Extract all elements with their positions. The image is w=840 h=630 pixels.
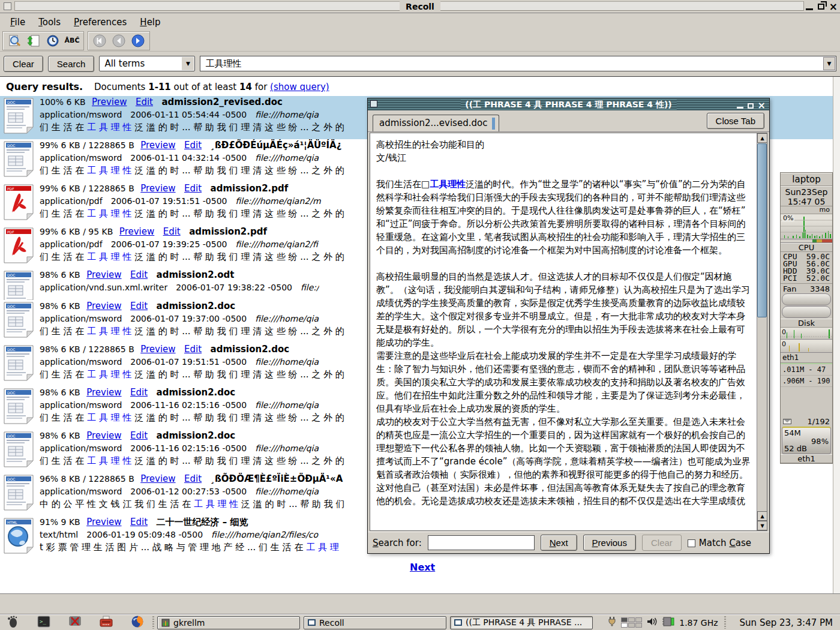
scroll-up-icon[interactable]: ▲	[757, 511, 767, 521]
preview-findbar: Search for: Next Previous Clear Match Ca…	[368, 532, 769, 553]
preview-link[interactable]: Preview	[140, 183, 175, 194]
preview-maximize-icon[interactable]	[748, 103, 754, 109]
window-icon[interactable]	[4, 2, 11, 10]
clear-button[interactable]: Clear	[4, 56, 43, 72]
scroll-down-icon[interactable]: ▼	[757, 521, 767, 530]
preview-link[interactable]: Preview	[92, 97, 127, 107]
gk-fan-meter2[interactable]	[782, 306, 831, 318]
menu-file[interactable]: File	[5, 15, 31, 29]
taskbar-button-recoll[interactable]: Recoll	[304, 616, 446, 629]
maximize-icon[interactable]	[818, 4, 824, 10]
cpufreq-icon[interactable]	[662, 616, 674, 629]
edit-link[interactable]: Edit	[130, 430, 148, 441]
preview-tab[interactable]: admission2...evised.doc	[373, 115, 499, 131]
edit-link[interactable]: Edit	[184, 344, 202, 355]
snippet-pre: 们 生 活 在	[40, 251, 87, 262]
preview-link[interactable]: Preview	[86, 517, 121, 527]
taskbar-button-preview[interactable]: ((工 PHRASE 4 具 PHRASE ...	[450, 616, 593, 629]
minimize-icon[interactable]	[806, 8, 813, 10]
scroll-up-icon[interactable]: ▲	[757, 133, 767, 143]
search-history-dropdown-icon[interactable]: ▼	[823, 57, 835, 70]
next-results-link[interactable]: Next	[410, 562, 435, 573]
edit-link[interactable]: Edit	[163, 226, 181, 237]
firefox-icon[interactable]	[131, 615, 144, 630]
search-button[interactable]: Search	[48, 56, 95, 72]
find-previous-button[interactable]: Previous	[583, 535, 636, 551]
result-meta: 99% 6 KB / 1228865 B	[40, 184, 134, 193]
edit-link[interactable]: Edit	[184, 473, 202, 484]
preview-link[interactable]: Preview	[140, 473, 175, 484]
edit-link[interactable]: Edit	[130, 301, 148, 311]
preview-content[interactable]: 高校招生的社会功能和目的 文/钱江 我们生活在□工具理性泛滥的时代。作为“世之显…	[370, 133, 767, 531]
preview-close-icon[interactable]: ×	[758, 102, 766, 109]
show-query-link[interactable]: (show query)	[270, 82, 329, 92]
chevron-down-icon[interactable]: ▼	[182, 57, 194, 70]
svg-text:DOC: DOC	[7, 434, 16, 438]
terminal-icon[interactable]: >_	[37, 615, 50, 630]
next-page-icon[interactable]	[130, 33, 146, 49]
result-icon: DOC	[2, 300, 40, 343]
menu-tools[interactable]: Tools	[33, 15, 66, 29]
preview-titlebar[interactable]: ((工 PHRASE 4 具 PHRASE 4 理 PHRASE 4 性)) ×	[368, 98, 769, 110]
gk-fan-meter[interactable]	[782, 293, 831, 305]
preview-link[interactable]: Preview	[86, 269, 121, 280]
match-case-checkbox[interactable]: Match Case	[688, 538, 751, 548]
gnome-menu-icon[interactable]	[6, 615, 19, 630]
preview-link[interactable]: Preview	[119, 226, 154, 237]
edit-link[interactable]: Edit	[130, 517, 148, 527]
close-icon[interactable]: ×	[829, 2, 838, 11]
preview-window-icon[interactable]	[370, 100, 377, 107]
prev-page-icon[interactable]	[110, 33, 127, 49]
shutdown-screen-icon[interactable]	[68, 615, 82, 630]
edit-link[interactable]: Edit	[136, 97, 153, 107]
history-clock-icon[interactable]	[44, 33, 61, 49]
typewriter-icon[interactable]	[100, 615, 113, 630]
preview-link[interactable]: Preview	[86, 301, 121, 311]
preview-minimize-icon[interactable]	[737, 107, 743, 109]
result-mime: application/pdf	[40, 239, 103, 249]
edit-link[interactable]: Edit	[184, 183, 202, 194]
power-plug-icon[interactable]	[608, 616, 616, 629]
taskbar-button-gkrellm[interactable]: gkrellm	[157, 616, 300, 629]
gk-net-tx: .906M - 190	[781, 376, 832, 387]
taskbar-handle[interactable]	[152, 616, 154, 629]
volume-icon[interactable]	[647, 617, 658, 629]
taskbar-clock[interactable]: Sun Sep 23, 3:47 PM	[730, 617, 840, 628]
scrollbar-thumb[interactable]	[757, 143, 767, 317]
result-date: 2006-01-11 05:54:44 -0500	[130, 110, 247, 119]
workspace-switcher-icon[interactable]	[621, 617, 642, 628]
result-snippet: 们 生 活 在 工 具 理 性 泛 滥 的 时 ... 帮 助 我 们 理 清 …	[40, 412, 344, 424]
edit-link[interactable]: Edit	[184, 140, 202, 151]
gkrellm-monitor[interactable]: laptop Sun23Sep 15:47 05 mo 0% CPU CPU59…	[780, 172, 833, 464]
preview-link[interactable]: Preview	[86, 430, 121, 441]
results-range: 1-11	[148, 82, 171, 92]
menu-preferences[interactable]: Preferences	[68, 15, 132, 29]
result-icon: PDF	[2, 182, 40, 226]
preview-scrollbar[interactable]: ▲ ▲ ▼	[757, 133, 767, 530]
search-mode-select[interactable]: All terms ▼	[99, 56, 195, 71]
result-snippet: 们 生 活 在 工 具 理 性 泛 滥 的 时 ... 帮 助 我 们 理 清 …	[40, 208, 344, 220]
find-input[interactable]	[428, 535, 535, 550]
first-page-icon[interactable]	[91, 33, 108, 49]
results-scrollbar[interactable]	[833, 77, 840, 593]
clock-handle[interactable]	[724, 616, 726, 629]
result-filename: admission2.doc	[157, 387, 236, 398]
preview-link[interactable]: Preview	[140, 140, 175, 151]
edit-link[interactable]: Edit	[130, 387, 148, 398]
gk-mem-meter[interactable]: 54M 98% 52 dB	[782, 427, 831, 454]
find-clear-button[interactable]: Clear	[642, 535, 682, 551]
search-input[interactable]	[200, 56, 836, 71]
sort-parameters-icon[interactable]	[25, 33, 42, 49]
close-tab-button[interactable]: Close Tab	[707, 113, 764, 129]
snippet-pre: 们 生 活 在	[40, 369, 87, 380]
cpu-frequency: 1.87 GHz	[679, 618, 718, 628]
gk-volume: 52 dB	[784, 444, 807, 453]
preview-link[interactable]: Preview	[86, 387, 121, 398]
advanced-search-icon[interactable]	[6, 33, 23, 49]
term-explorer-icon[interactable]: ÅBĈ	[64, 33, 80, 49]
menu-help[interactable]: Help	[134, 15, 166, 29]
edit-link[interactable]: Edit	[130, 269, 148, 280]
preview-link[interactable]: Preview	[140, 344, 175, 355]
result-url: file:///home/qia	[255, 443, 319, 453]
find-next-button[interactable]: Next	[541, 535, 577, 551]
